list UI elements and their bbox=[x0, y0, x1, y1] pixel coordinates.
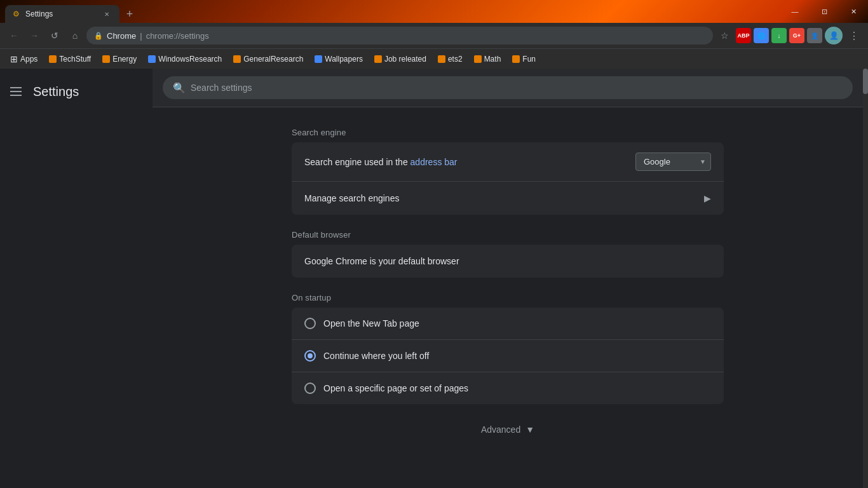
ext-icon-4[interactable]: 👤 bbox=[807, 28, 822, 43]
bookmark-favicon-wallpapers bbox=[315, 55, 322, 63]
toolbar-icons: ☆ ABP 🌐 ↓ G+ 👤 👤 ⋮ bbox=[715, 27, 863, 44]
menu-button[interactable]: ⋮ bbox=[845, 27, 863, 44]
bookmark-label-techstuff: TechStuff bbox=[59, 55, 91, 64]
search-engine-section-header: Search engine bbox=[292, 123, 724, 142]
ext-icon-3[interactable]: G+ bbox=[789, 28, 804, 43]
content-inner: Search engine Search engine used in the … bbox=[292, 107, 724, 460]
home-button[interactable]: ⌂ bbox=[66, 27, 84, 44]
close-button[interactable]: ✕ bbox=[839, 0, 868, 23]
maximize-button[interactable]: ⊡ bbox=[810, 0, 839, 23]
bookmarks-bar: ⊞ Apps TechStuff Energy WindowsResearch … bbox=[0, 48, 868, 69]
sidebar: Settings bbox=[0, 69, 153, 488]
tab-title: Settings bbox=[25, 10, 99, 18]
default-browser-row: Google Chrome is your default browser bbox=[292, 245, 724, 278]
bookmark-fun[interactable]: Fun bbox=[507, 51, 541, 67]
minimize-button[interactable]: — bbox=[780, 0, 810, 23]
apps-label: Apps bbox=[20, 55, 37, 64]
window-controls: — ⊡ ✕ bbox=[780, 0, 868, 23]
bookmark-energy[interactable]: Energy bbox=[97, 51, 142, 67]
close-tab-button[interactable]: ✕ bbox=[102, 9, 112, 19]
url-separator: | bbox=[140, 31, 142, 41]
title-bar: ⚙ Settings ✕ + — ⊡ ✕ bbox=[0, 0, 868, 23]
manage-search-engines-label: Manage search engines bbox=[304, 193, 704, 203]
bookmark-label-wallpapers: Wallpapers bbox=[325, 55, 363, 64]
bookmark-math[interactable]: Math bbox=[469, 51, 506, 67]
startup-option-continue[interactable]: Continue where you left off bbox=[292, 340, 724, 372]
radio-new-tab[interactable] bbox=[304, 318, 316, 329]
radio-specific-page[interactable] bbox=[304, 383, 316, 394]
reload-button[interactable]: ↺ bbox=[46, 27, 64, 44]
startup-option-specific-page[interactable]: Open a specific page or set of pages bbox=[292, 372, 724, 404]
bookmark-favicon-windows bbox=[148, 55, 156, 63]
settings-search-input[interactable] bbox=[191, 83, 843, 93]
bookmark-label-energy: Energy bbox=[112, 55, 137, 64]
startup-specific-page-label: Open a specific page or set of pages bbox=[323, 383, 468, 393]
settings-header-bar: 🔍 bbox=[153, 69, 863, 107]
on-startup-section-header: On startup bbox=[292, 288, 724, 308]
radio-continue-inner bbox=[308, 353, 313, 358]
default-browser-card: Google Chrome is your default browser bbox=[292, 245, 724, 278]
sidebar-title: Settings bbox=[33, 85, 79, 99]
default-browser-message: Google Chrome is your default browser bbox=[304, 256, 711, 266]
bookmark-favicon-general bbox=[233, 55, 241, 63]
bookmark-wallpapers[interactable]: Wallpapers bbox=[309, 51, 368, 67]
content-area[interactable]: 🔍 Search engine Search engine used in th… bbox=[153, 69, 863, 488]
advanced-chevron-icon: ▼ bbox=[526, 424, 534, 435]
startup-option-new-tab[interactable]: Open the New Tab page bbox=[292, 308, 724, 340]
bookmark-label-fun: Fun bbox=[522, 55, 536, 64]
bookmark-label-ets2: ets2 bbox=[448, 55, 463, 64]
ext-icon-1[interactable]: 🌐 bbox=[754, 28, 769, 43]
active-tab[interactable]: ⚙ Settings ✕ bbox=[5, 5, 119, 23]
bookmark-ets2[interactable]: ets2 bbox=[433, 51, 468, 67]
scrollbar-track[interactable] bbox=[863, 69, 868, 488]
search-engine-dropdown-wrapper[interactable]: Google Bing Yahoo DuckDuckGo bbox=[635, 152, 711, 171]
bookmark-techstuff[interactable]: TechStuff bbox=[44, 51, 96, 67]
apps-bookmark[interactable]: ⊞ Apps bbox=[5, 51, 43, 67]
address-bar[interactable]: 🔒 Chrome | chrome://settings bbox=[86, 27, 713, 44]
settings-search-container[interactable]: 🔍 bbox=[163, 76, 853, 99]
site-name: Chrome bbox=[107, 31, 136, 41]
search-engine-dropdown[interactable]: Google Bing Yahoo DuckDuckGo bbox=[635, 152, 711, 171]
startup-new-tab-label: Open the New Tab page bbox=[323, 318, 419, 329]
url-text: chrome://settings bbox=[146, 31, 209, 41]
bookmark-favicon-ets2 bbox=[438, 55, 445, 63]
bookmark-favicon-techstuff bbox=[49, 55, 57, 63]
bookmark-label-math: Math bbox=[484, 55, 501, 64]
search-engine-row: Search engine used in the address bar Go… bbox=[292, 142, 724, 182]
bookmark-jobreleated[interactable]: Job releated bbox=[369, 51, 431, 67]
lock-icon: 🔒 bbox=[94, 32, 103, 40]
adblock-ext[interactable]: ABP bbox=[736, 28, 751, 43]
forward-button[interactable]: → bbox=[25, 27, 43, 44]
address-bar-row: ← → ↺ ⌂ 🔒 Chrome | chrome://settings ☆ A… bbox=[0, 23, 868, 48]
search-engine-label-prefix: Search engine used in the bbox=[304, 157, 410, 167]
search-engine-card: Search engine used in the address bar Go… bbox=[292, 142, 724, 215]
bookmark-label-jobreleated: Job releated bbox=[384, 55, 426, 64]
default-browser-section-header: Default browser bbox=[292, 225, 724, 245]
bookmark-label-windowsresearch: WindowsResearch bbox=[158, 55, 222, 64]
bookmark-windowsresearch[interactable]: WindowsResearch bbox=[143, 51, 227, 67]
manage-search-engines-chevron: ▶ bbox=[704, 193, 711, 203]
star-button[interactable]: ☆ bbox=[715, 27, 733, 44]
advanced-button[interactable]: Advanced ▼ bbox=[292, 414, 724, 445]
bookmark-favicon-job bbox=[374, 55, 382, 63]
ext-icon-2[interactable]: ↓ bbox=[771, 28, 787, 43]
search-icon: 🔍 bbox=[173, 82, 186, 94]
bookmark-label-generalresearch: GeneralResearch bbox=[243, 55, 303, 64]
radio-continue[interactable] bbox=[304, 350, 316, 362]
sidebar-header: Settings bbox=[0, 79, 153, 104]
scrollbar-thumb[interactable] bbox=[863, 69, 868, 94]
bookmark-favicon-fun bbox=[512, 55, 520, 63]
bookmark-favicon-math bbox=[474, 55, 482, 63]
tab-strip: ⚙ Settings ✕ + bbox=[0, 0, 780, 23]
search-engine-label: Search engine used in the address bar bbox=[304, 157, 635, 167]
apps-grid-icon: ⊞ bbox=[10, 54, 18, 64]
bookmark-favicon-energy bbox=[102, 55, 110, 63]
bookmark-generalresearch[interactable]: GeneralResearch bbox=[228, 51, 308, 67]
main-layout: Settings 🔍 Search engine Search engine u… bbox=[0, 69, 868, 488]
new-tab-button[interactable]: + bbox=[121, 5, 139, 23]
address-bar-link[interactable]: address bar bbox=[410, 157, 458, 167]
back-button[interactable]: ← bbox=[5, 27, 23, 44]
profile-button[interactable]: 👤 bbox=[825, 27, 843, 44]
manage-search-engines-row[interactable]: Manage search engines ▶ bbox=[292, 182, 724, 215]
hamburger-button[interactable] bbox=[10, 84, 25, 99]
